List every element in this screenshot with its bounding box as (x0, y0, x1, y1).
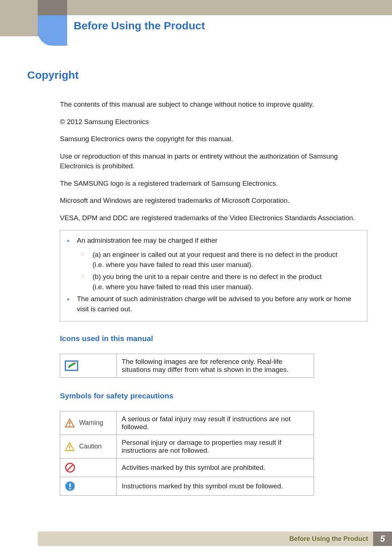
bullet-text: The amount of such administration charge… (77, 294, 360, 315)
paragraph: Samsung Electronics owns the copyright f… (60, 134, 367, 144)
must-follow-description: Instructions marked by this symbol must … (117, 477, 314, 495)
footer-bar: Before Using the Product 5 (38, 532, 392, 546)
svg-rect-9 (69, 483, 71, 487)
icon-cell (60, 458, 117, 477)
sub-bullet-icon: □ (81, 274, 84, 292)
icon-cell (60, 354, 117, 377)
header-accent-block (38, 15, 67, 46)
sub-bullet-item: □ (a) an engineer is called out at your … (81, 250, 360, 270)
must-follow-icon (65, 481, 75, 492)
sub-bullet-icon: □ (81, 252, 84, 270)
icons-table: The following images are for reference o… (60, 354, 314, 378)
warning-label: Warning (79, 419, 103, 427)
icon-cell: Warning (60, 411, 117, 435)
warning-description: A serious or fatal injury may result if … (117, 411, 314, 435)
section-title-copyright: Copyright (27, 69, 367, 81)
bullet-icon: • (67, 295, 70, 315)
sub-bullet-line: (i.e. where you have failed to read this… (93, 261, 253, 268)
table-row: Warning A serious or fatal injury may re… (60, 411, 314, 435)
bullet-icon: • (67, 237, 70, 246)
svg-point-5 (69, 449, 70, 450)
main-content: Copyright The contents of this manual ar… (27, 69, 367, 509)
paragraph: Use or reproduction of this manual in pa… (60, 151, 367, 171)
symbols-table: Warning A serious or fatal injury may re… (60, 411, 314, 496)
sub-bullet-text: (a) an engineer is called out at your re… (93, 250, 338, 270)
subsection-symbols-title: Symbols for safety precautions (60, 391, 367, 400)
icon-cell (60, 477, 117, 495)
caution-label: Caution (79, 443, 102, 450)
bullet-item: • An administration fee may be charged i… (67, 235, 360, 246)
table-row: The following images are for reference o… (60, 354, 314, 377)
header-title: Before Using the Product (74, 20, 392, 32)
icon-description: The following images are for reference o… (117, 354, 314, 377)
caution-triangle-icon (65, 442, 75, 451)
sub-bullet-item: □ (b) you bring the unit to a repair cen… (81, 272, 360, 292)
sub-bullet-line: (a) an engineer is called out at your re… (93, 251, 338, 258)
footer-section-name: Before Using the Product (289, 535, 373, 543)
prohibited-icon (65, 462, 75, 473)
caution-description: Personal injury or damage to properties … (117, 435, 314, 458)
prohibited-description: Activities marked by this symbol are pro… (117, 458, 314, 477)
svg-point-3 (69, 425, 70, 426)
note-pencil-icon (65, 360, 78, 371)
paragraph: VESA, DPM and DDC are registered tradema… (60, 213, 367, 223)
icon-cell: Caution (60, 435, 117, 458)
bullet-item: • The amount of such administration char… (67, 294, 360, 315)
table-row: Activities marked by this symbol are pro… (60, 458, 314, 477)
header-content: Before Using the Product (67, 15, 392, 36)
paragraph: Microsoft and Windows are registered tra… (60, 196, 367, 206)
table-row: Caution Personal injury or damage to pro… (60, 435, 314, 458)
sub-bullet-line: (b) you bring the unit to a repair centr… (93, 273, 322, 280)
sub-bullet-line: (i.e. where you have failed to read this… (93, 283, 253, 291)
bullet-text: An administration fee may be charged if … (77, 235, 218, 246)
warning-triangle-icon (65, 418, 75, 428)
table-row: Instructions marked by this symbol must … (60, 477, 314, 495)
admin-fee-box: • An administration fee may be charged i… (60, 230, 367, 321)
subsection-icons-title: Icons used in this manual (60, 334, 367, 343)
paragraph: © 2012 Samsung Electronics (60, 117, 367, 127)
paragraph: The contents of this manual are subject … (60, 99, 367, 110)
svg-point-10 (69, 488, 71, 489)
paragraph: The SAMSUNG logo is a registered tradema… (60, 178, 367, 189)
sub-bullet-text: (b) you bring the unit to a repair centr… (93, 272, 322, 292)
footer-page-number: 5 (373, 532, 392, 546)
svg-line-7 (67, 465, 73, 471)
